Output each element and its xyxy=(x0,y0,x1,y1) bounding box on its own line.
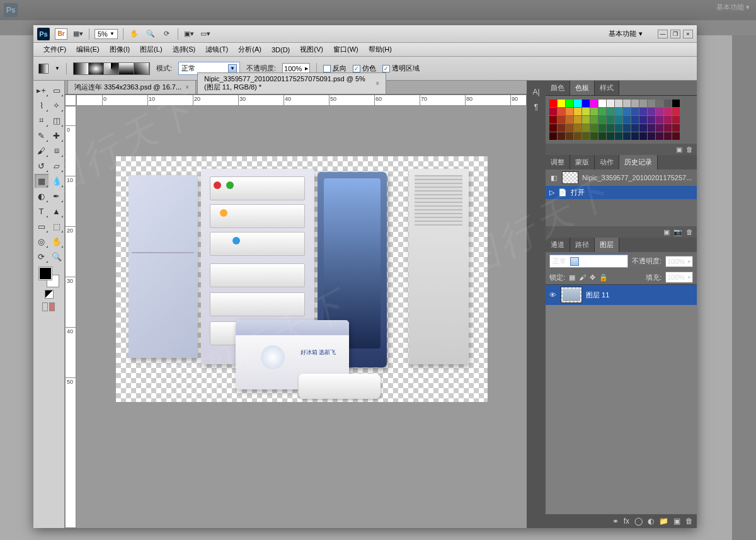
swatch[interactable] xyxy=(590,124,598,132)
swatch[interactable] xyxy=(615,132,622,140)
swatch[interactable] xyxy=(648,132,655,140)
close-icon[interactable]: × xyxy=(375,80,379,87)
swatch[interactable] xyxy=(656,108,663,115)
type-tool[interactable]: T xyxy=(35,204,49,218)
trash-icon[interactable]: 🗑 xyxy=(686,146,693,153)
lock-all-icon[interactable]: 🔒 xyxy=(599,273,608,282)
swatch[interactable] xyxy=(631,124,639,132)
swatch[interactable] xyxy=(664,116,672,124)
dodge-tool[interactable]: ◐ xyxy=(35,189,49,203)
gradient-preset-picker[interactable] xyxy=(73,62,150,75)
layer-list[interactable]: 👁 图层 11 xyxy=(546,285,697,514)
layer-opacity-input[interactable]: 100%▶ xyxy=(665,256,693,267)
history-brush-tool[interactable]: ↺ xyxy=(35,159,49,173)
trash-icon[interactable]: 🗑 xyxy=(686,228,693,236)
swatch[interactable] xyxy=(558,116,565,124)
visibility-icon[interactable]: 👁 xyxy=(548,290,557,299)
swatch[interactable] xyxy=(672,116,680,124)
menu-analysis[interactable]: 分析(A) xyxy=(233,43,266,56)
new-swatch-icon[interactable]: ▣ xyxy=(676,146,682,154)
swatch[interactable] xyxy=(623,124,631,132)
swatch[interactable] xyxy=(631,132,639,140)
crop-tool[interactable]: ⌗ xyxy=(35,113,49,127)
gradient-tool-icon[interactable] xyxy=(38,64,49,74)
3d-tool[interactable]: ⬚ xyxy=(50,219,64,233)
menu-edit[interactable]: 编辑(E) xyxy=(71,43,105,56)
swatch[interactable] xyxy=(590,108,598,115)
zoom-tool[interactable]: 🔍 xyxy=(50,250,64,263)
wand-tool[interactable]: ✧ xyxy=(50,98,64,112)
swatch[interactable] xyxy=(590,116,598,124)
pen-tool[interactable]: ✒ xyxy=(50,189,64,203)
layer-mask-icon[interactable]: ◯ xyxy=(634,517,643,526)
hand-tool[interactable]: ✋ xyxy=(50,234,64,248)
blur-tool[interactable]: 💧 xyxy=(50,174,64,188)
swatch[interactable] xyxy=(574,116,581,124)
swatch[interactable] xyxy=(549,100,557,107)
tab-swatches[interactable]: 色板 xyxy=(570,81,595,95)
zoom-tool-icon[interactable]: 🔍 xyxy=(145,28,156,40)
screen-mode-icon[interactable]: ▭▾ xyxy=(200,28,211,40)
marquee-tool[interactable]: ▭ xyxy=(50,83,64,97)
new-snapshot-icon[interactable]: 📷 xyxy=(673,228,682,236)
swatch[interactable] xyxy=(656,124,663,132)
link-layers-icon[interactable]: ⚭ xyxy=(612,517,619,526)
swatch[interactable] xyxy=(590,100,598,107)
swatch[interactable] xyxy=(549,116,557,124)
swatch[interactable] xyxy=(582,108,590,115)
swatch[interactable] xyxy=(598,108,606,115)
tab-channels[interactable]: 通道 xyxy=(546,238,570,252)
document-tab-2[interactable]: Nipic_3359577_20100201175257075091.psd @… xyxy=(197,72,386,94)
swatch[interactable] xyxy=(582,100,590,107)
swatch[interactable] xyxy=(623,100,631,107)
swatch[interactable] xyxy=(566,124,573,132)
layer-fx-icon[interactable]: fx xyxy=(624,517,629,526)
menu-layer[interactable]: 图层(L) xyxy=(135,43,167,56)
swatch[interactable] xyxy=(672,108,680,115)
swatch[interactable] xyxy=(656,100,663,107)
chevron-down-icon[interactable]: ▼ xyxy=(55,66,60,71)
swatch[interactable] xyxy=(607,124,614,132)
transparency-checkbox[interactable]: ✓透明区域 xyxy=(382,64,420,73)
shape-tool[interactable]: ▭ xyxy=(35,219,49,233)
swatch[interactable] xyxy=(574,124,581,132)
lock-position-icon[interactable]: ✥ xyxy=(590,273,595,282)
swatch[interactable] xyxy=(598,100,606,107)
swatch[interactable] xyxy=(664,100,672,107)
swatch[interactable] xyxy=(639,108,647,115)
minimize-button[interactable]: — xyxy=(658,30,668,38)
tab-styles[interactable]: 样式 xyxy=(595,81,619,95)
viewport[interactable]: 好冰箱 选新飞 xyxy=(76,106,527,528)
swatch[interactable] xyxy=(582,132,590,140)
layer-fill-input[interactable]: 100%▶ xyxy=(665,272,693,283)
new-group-icon[interactable]: 📁 xyxy=(659,517,668,526)
swatch[interactable] xyxy=(574,100,581,107)
swatch[interactable] xyxy=(672,100,680,107)
ruler-origin[interactable] xyxy=(65,95,76,106)
lasso-tool[interactable]: ⌇ xyxy=(35,98,49,112)
swatch[interactable] xyxy=(566,132,573,140)
swatch[interactable] xyxy=(631,108,639,115)
swatch[interactable] xyxy=(648,108,655,115)
rotate-tool[interactable]: ⟳ xyxy=(35,250,49,263)
stamp-tool[interactable]: ⧇ xyxy=(50,144,64,158)
hand-tool-icon[interactable]: ✋ xyxy=(129,28,140,40)
brush-tool[interactable]: 🖌 xyxy=(35,144,49,158)
close-button[interactable]: × xyxy=(683,30,693,38)
swatch[interactable] xyxy=(582,116,590,124)
healing-tool[interactable]: ✚ xyxy=(50,129,64,142)
color-swatches[interactable] xyxy=(39,267,59,287)
swatch[interactable] xyxy=(623,132,631,140)
swatch[interactable] xyxy=(631,116,639,124)
move-tool[interactable]: ▸+ xyxy=(35,83,49,97)
layer-thumb[interactable] xyxy=(561,287,582,303)
bridge-icon[interactable]: Br xyxy=(55,28,67,40)
lock-brush-icon[interactable]: 🖌 xyxy=(579,273,586,281)
3d-camera-tool[interactable]: ◎ xyxy=(35,234,49,248)
new-doc-from-state-icon[interactable]: ▣ xyxy=(663,228,670,236)
swatch[interactable] xyxy=(566,100,573,107)
swatch[interactable] xyxy=(598,116,606,124)
adjustment-layer-icon[interactable]: ◐ xyxy=(648,517,654,526)
close-icon[interactable]: × xyxy=(185,84,189,91)
document-canvas[interactable]: 好冰箱 选新飞 xyxy=(116,156,488,402)
